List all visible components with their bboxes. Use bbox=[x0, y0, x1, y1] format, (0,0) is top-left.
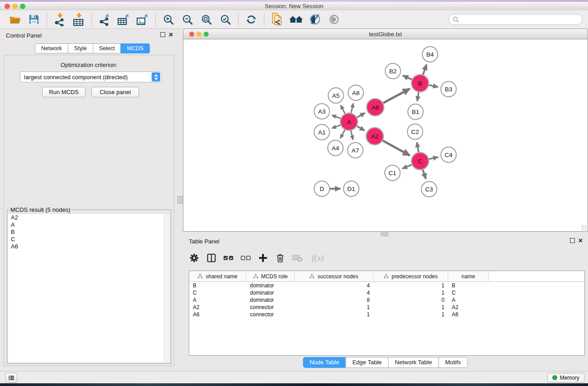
node-B3[interactable]: B3 bbox=[441, 81, 456, 97]
node-A8[interactable]: A8 bbox=[348, 85, 363, 100]
tab-network-table[interactable]: Network Table bbox=[388, 357, 439, 368]
tab-mcds[interactable]: MCDS bbox=[120, 43, 150, 53]
network-zoom-icon[interactable] bbox=[204, 32, 209, 37]
minimize-window-icon[interactable] bbox=[12, 4, 18, 9]
node-A4[interactable]: A4 bbox=[328, 140, 343, 156]
edge-A-A1[interactable] bbox=[332, 125, 340, 128]
node-A6[interactable]: A6 bbox=[367, 99, 384, 116]
column-header-shared-name[interactable]: shared name bbox=[189, 271, 246, 281]
result-item[interactable]: C bbox=[8, 236, 164, 243]
edge-C-C1[interactable] bbox=[402, 165, 412, 169]
float-panel-icon[interactable] bbox=[160, 32, 165, 37]
edge-A-A5[interactable] bbox=[341, 105, 345, 114]
edge-C-C2[interactable] bbox=[417, 143, 419, 152]
run-mcds-button[interactable]: Run MCDS bbox=[42, 87, 86, 97]
network-window-titlebar[interactable]: testGlobe.txt bbox=[183, 29, 588, 39]
tab-network[interactable]: Network bbox=[35, 43, 68, 53]
open-file-button[interactable] bbox=[7, 12, 23, 27]
refresh-button[interactable] bbox=[243, 12, 259, 27]
column-header-name[interactable]: name bbox=[448, 271, 489, 281]
delete-table-button[interactable] bbox=[291, 251, 304, 265]
float-table-panel-icon[interactable] bbox=[570, 238, 575, 243]
result-scrollbar[interactable] bbox=[164, 214, 170, 362]
zoom-selected-button[interactable] bbox=[217, 12, 234, 27]
zoom-fit-button[interactable] bbox=[198, 12, 215, 27]
node-A5[interactable]: A5 bbox=[328, 88, 344, 103]
window-resize-grip[interactable] bbox=[581, 225, 587, 230]
node-A1[interactable]: A1 bbox=[314, 124, 330, 140]
search-input[interactable] bbox=[459, 16, 578, 23]
edge-C-C3[interactable] bbox=[423, 170, 425, 179]
export-network-button[interactable] bbox=[96, 12, 113, 27]
node-C2[interactable]: C2 bbox=[407, 124, 423, 139]
close-panel-button[interactable]: Close panel bbox=[91, 87, 139, 97]
tab-select[interactable]: Select bbox=[93, 43, 121, 53]
node-B[interactable]: B bbox=[411, 75, 429, 92]
edge-A-A3[interactable] bbox=[332, 115, 340, 119]
table-row[interactable]: Bdominator41B bbox=[189, 282, 584, 289]
edge-B-B4[interactable] bbox=[423, 65, 427, 75]
table-row[interactable]: A2connector11A2 bbox=[189, 304, 584, 311]
tab-node-table[interactable]: Node Table bbox=[303, 357, 346, 368]
save-session-button[interactable] bbox=[26, 12, 42, 27]
result-item[interactable]: B bbox=[8, 229, 164, 236]
node-A2[interactable]: A2 bbox=[366, 128, 383, 145]
node-C1[interactable]: C1 bbox=[385, 165, 400, 181]
result-item[interactable]: A6 bbox=[8, 243, 164, 250]
home-button[interactable] bbox=[288, 12, 304, 27]
column-header-successor-nodes[interactable]: successor nodes bbox=[295, 271, 373, 281]
edge-C-C4[interactable] bbox=[429, 157, 438, 159]
column-header-mcds-role[interactable]: MCDS role bbox=[246, 271, 295, 281]
edge-A-A4[interactable] bbox=[340, 130, 345, 138]
zoom-in-button[interactable] bbox=[160, 12, 177, 27]
close-table-panel-icon[interactable]: × bbox=[578, 238, 583, 243]
select-all-button[interactable] bbox=[222, 251, 235, 265]
node-B1[interactable]: B1 bbox=[408, 104, 423, 119]
add-column-button[interactable] bbox=[256, 251, 270, 265]
column-header-predecessor-nodes[interactable]: predecessor nodes bbox=[373, 271, 448, 281]
import-table-button[interactable] bbox=[71, 12, 87, 27]
node-C3[interactable]: C3 bbox=[421, 181, 437, 197]
node-B2[interactable]: B2 bbox=[385, 63, 401, 79]
edge-B-B1[interactable] bbox=[417, 92, 419, 101]
edge-A-A8[interactable] bbox=[351, 103, 354, 113]
criterion-select[interactable]: largest connected component (directed) bbox=[20, 71, 162, 82]
close-panel-icon[interactable]: × bbox=[169, 33, 173, 37]
node-A[interactable]: A bbox=[340, 113, 358, 130]
task-history-button[interactable] bbox=[5, 373, 17, 383]
zoom-out-button[interactable] bbox=[179, 12, 196, 27]
edge-A-A7[interactable] bbox=[351, 131, 353, 140]
node-C[interactable]: C bbox=[411, 152, 429, 170]
edge-B-B3[interactable] bbox=[429, 85, 438, 87]
network-canvas[interactable]: B4B2BB3A5A8A6A3B1AC2A1A2A4A7C4CC1DD1C3 bbox=[183, 39, 588, 232]
new-session-button[interactable] bbox=[269, 12, 285, 27]
edge-A-A6[interactable] bbox=[357, 113, 365, 118]
deselect-all-button[interactable] bbox=[239, 251, 253, 265]
export-image-button[interactable] bbox=[134, 12, 151, 27]
tab-motifs[interactable]: Motifs bbox=[438, 357, 468, 368]
mcds-result-list[interactable]: A2ABCA6 bbox=[8, 214, 164, 362]
close-window-icon[interactable] bbox=[5, 4, 10, 9]
node-D1[interactable]: D1 bbox=[344, 181, 359, 196]
network-close-icon[interactable] bbox=[189, 32, 194, 37]
node-C4[interactable]: C4 bbox=[441, 147, 456, 162]
table-row[interactable]: Cdominator41C bbox=[189, 289, 584, 296]
show-columns-button[interactable] bbox=[205, 251, 218, 265]
memory-button[interactable]: Memory bbox=[547, 373, 584, 382]
edge-A-A2[interactable] bbox=[357, 126, 364, 130]
node-D[interactable]: D bbox=[314, 181, 330, 196]
result-item[interactable]: A2 bbox=[8, 214, 164, 221]
apply-function-button[interactable]: f(x) bbox=[308, 251, 328, 265]
zoom-window-icon[interactable] bbox=[20, 4, 25, 9]
import-network-button[interactable] bbox=[52, 12, 68, 27]
result-item[interactable]: A bbox=[8, 221, 164, 229]
network-minimize-icon[interactable] bbox=[196, 32, 201, 37]
edge-A6-B[interactable] bbox=[383, 89, 410, 103]
tab-edge-table[interactable]: Edge Table bbox=[345, 357, 388, 368]
node-A7[interactable]: A7 bbox=[348, 143, 363, 158]
edge-B-B2[interactable] bbox=[403, 76, 412, 80]
hide-graphics-details-button[interactable] bbox=[307, 12, 323, 27]
node-B4[interactable]: B4 bbox=[422, 47, 438, 62]
table-row[interactable]: Adominator80A bbox=[189, 296, 584, 304]
table-row[interactable]: A6connector11A6 bbox=[189, 311, 584, 318]
